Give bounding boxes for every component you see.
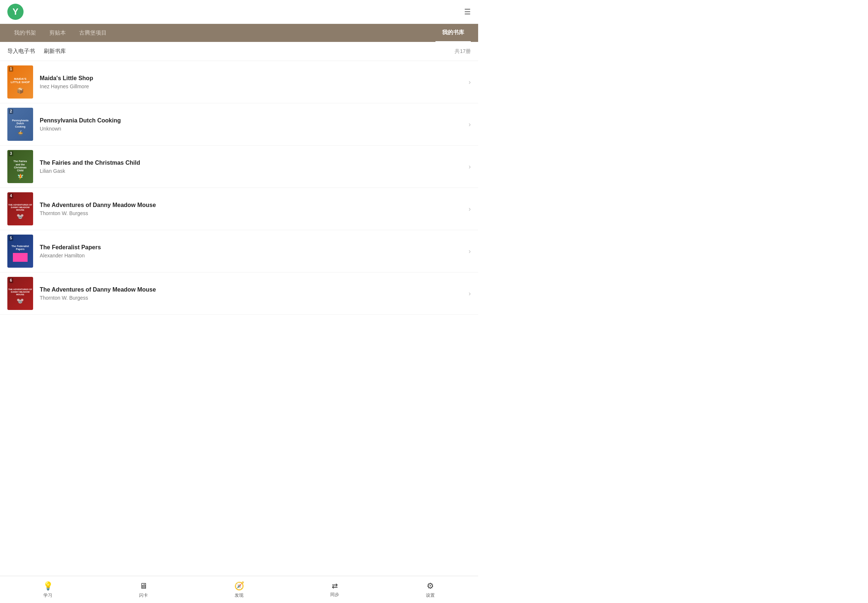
list-item[interactable]: 1 MAIDA'S LITTLE SHOP 📦 Maida's Little S… xyxy=(0,61,478,103)
list-item[interactable]: 4 THE ADVENTURES OF DANNY MEADOW MOUSE 🐭… xyxy=(0,188,478,230)
list-item[interactable]: 6 THE ADVENTURES OF DANNY MEADOW MOUSE 🐭… xyxy=(0,272,478,315)
book-title: The Fairies and the Christmas Child xyxy=(40,159,465,166)
refresh-library-button[interactable]: 刷新书库 xyxy=(44,48,66,55)
sub-header: 导入电子书 刷新书库 共17册 xyxy=(0,42,478,61)
book-title: The Adventures of Danny Meadow Mouse xyxy=(40,202,465,209)
book-info: The Adventures of Danny Meadow Mouse Tho… xyxy=(40,202,465,216)
book-author: Unknown xyxy=(40,126,465,131)
book-number: 1 xyxy=(9,66,13,72)
import-ebook-button[interactable]: 导入电子书 xyxy=(7,48,35,55)
book-author: Inez Haynes Gillmore xyxy=(40,83,465,89)
chevron-right-icon: › xyxy=(469,163,471,171)
book-info: Pennsylvania Dutch Cooking Unknown xyxy=(40,117,465,131)
book-cover: 5 The Federalist Papers xyxy=(7,235,33,267)
book-info: Maida's Little Shop Inez Haynes Gillmore xyxy=(40,75,465,89)
chevron-right-icon: › xyxy=(469,290,471,297)
book-author: Lilian Gask xyxy=(40,168,465,174)
book-title: The Federalist Papers xyxy=(40,244,465,251)
book-info: The Fairies and the Christmas Child Lili… xyxy=(40,159,465,174)
book-number: 4 xyxy=(9,193,13,199)
book-info: The Adventures of Danny Meadow Mouse Tho… xyxy=(40,286,465,301)
list-item[interactable]: 2 Pennsylvania Dutch Cooking 🍲 Pennsylva… xyxy=(0,103,478,145)
navbar: 我的书架 剪贴本 古腾堡项目 我的书库 xyxy=(0,24,478,42)
book-author: Alexander Hamilton xyxy=(40,253,465,258)
chevron-right-icon: › xyxy=(469,247,471,255)
book-list: 1 MAIDA'S LITTLE SHOP 📦 Maida's Little S… xyxy=(0,61,478,315)
nav-item-scrapbook[interactable]: 剪贴本 xyxy=(43,24,73,42)
nav-item-my-library[interactable]: 我的书库 xyxy=(435,24,471,42)
list-item[interactable]: 3 The Fairies and the Christmas Child 🧚 … xyxy=(0,145,478,188)
book-cover: 2 Pennsylvania Dutch Cooking 🍲 xyxy=(7,108,33,141)
book-title: Maida's Little Shop xyxy=(40,75,465,82)
book-number: 3 xyxy=(9,151,13,156)
book-info: The Federalist Papers Alexander Hamilton xyxy=(40,244,465,258)
book-cover: 6 THE ADVENTURES OF DANNY MEADOW MOUSE 🐭 xyxy=(7,277,33,310)
book-count: 共17册 xyxy=(455,48,471,55)
book-number: 2 xyxy=(9,109,13,114)
book-author: Thornton W. Burgess xyxy=(40,210,465,216)
list-item[interactable]: 5 The Federalist Papers The Federalist P… xyxy=(0,230,478,272)
app-logo[interactable]: Y xyxy=(7,4,23,20)
header: Y ☰ xyxy=(0,0,478,24)
chevron-right-icon: › xyxy=(469,121,471,128)
book-cover: 3 The Fairies and the Christmas Child 🧚 xyxy=(7,150,33,183)
book-title: The Adventures of Danny Meadow Mouse xyxy=(40,286,465,293)
chevron-right-icon: › xyxy=(469,78,471,86)
book-title: Pennsylvania Dutch Cooking xyxy=(40,117,465,124)
book-author: Thornton W. Burgess xyxy=(40,295,465,301)
chevron-right-icon: › xyxy=(469,205,471,213)
sub-header-actions: 导入电子书 刷新书库 xyxy=(7,48,66,55)
nav-item-gutenberg[interactable]: 古腾堡项目 xyxy=(73,24,113,42)
book-number: 5 xyxy=(9,236,13,241)
hamburger-menu[interactable]: ☰ xyxy=(464,7,471,16)
book-cover: 4 THE ADVENTURES OF DANNY MEADOW MOUSE 🐭 xyxy=(7,192,33,226)
nav-item-my-shelf[interactable]: 我的书架 xyxy=(7,24,43,42)
book-cover: 1 MAIDA'S LITTLE SHOP 📦 xyxy=(7,65,33,99)
book-number: 6 xyxy=(9,278,13,283)
